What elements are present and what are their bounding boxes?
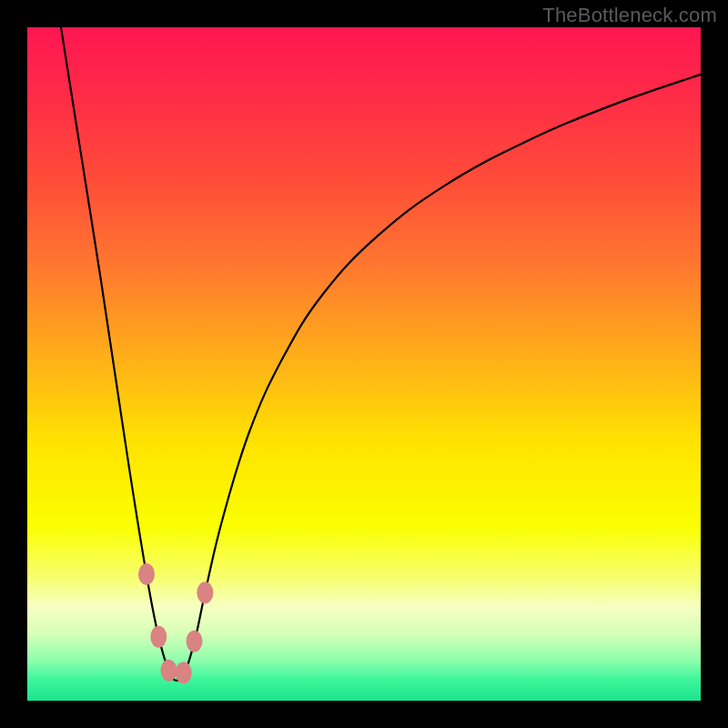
curve-marker <box>138 563 155 585</box>
chart-svg <box>0 0 728 728</box>
curve-marker <box>160 660 177 682</box>
curve-marker <box>197 581 213 603</box>
watermark-text: TheBottleneck.com <box>542 4 717 27</box>
plot-background <box>27 27 701 701</box>
curve-marker <box>187 631 203 652</box>
chart-root: TheBottleneck.com <box>0 0 728 728</box>
curve-marker <box>150 626 167 648</box>
curve-marker <box>176 662 192 683</box>
